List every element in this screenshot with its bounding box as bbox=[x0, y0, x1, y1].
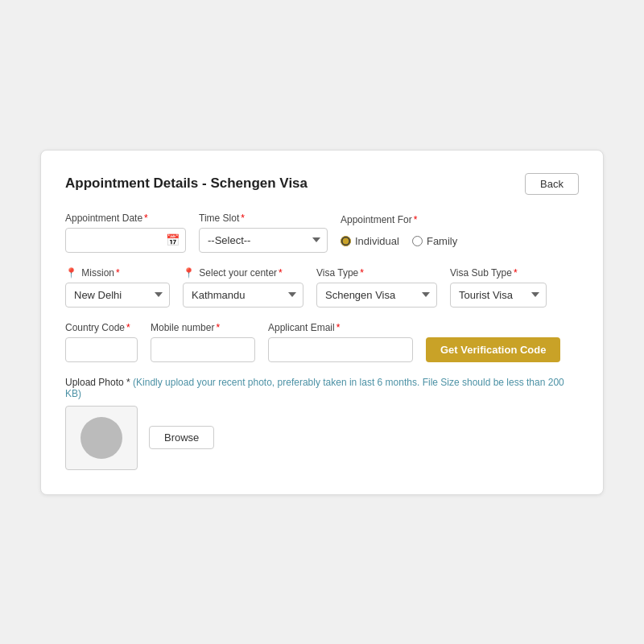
visa-type-group: Visa Type* Schengen Visa bbox=[316, 267, 437, 308]
visa-type-select[interactable]: Schengen Visa bbox=[316, 283, 437, 308]
select-center-group: 📍 Select your center* Kathmandu bbox=[183, 267, 303, 308]
appointment-date-group: Appointment Date* 📅 bbox=[65, 213, 186, 253]
page-wrapper: Appointment Details - Schengen Visa Back… bbox=[0, 0, 644, 644]
mobile-number-group: Mobile number* 9841862468 bbox=[151, 322, 255, 362]
time-slot-group: Time Slot* --Select-- bbox=[199, 213, 328, 253]
appointment-for-radios: Individual Family bbox=[341, 229, 457, 253]
form-row-2: 📍 Mission* New Delhi 📍 Select your cente… bbox=[65, 267, 579, 308]
mission-select[interactable]: New Delhi bbox=[65, 283, 170, 308]
card-title: Appointment Details - Schengen Visa bbox=[65, 175, 308, 192]
radio-family[interactable] bbox=[412, 236, 423, 246]
back-button[interactable]: Back bbox=[525, 173, 579, 195]
radio-family-label[interactable]: Family bbox=[412, 235, 457, 247]
mobile-number-label: Mobile number* bbox=[151, 322, 255, 333]
select-center-select[interactable]: Kathmandu bbox=[183, 283, 303, 308]
radio-individual-text: Individual bbox=[355, 235, 399, 247]
mission-label: 📍 Mission* bbox=[65, 267, 170, 279]
time-slot-label: Time Slot* bbox=[199, 213, 328, 224]
radio-individual[interactable] bbox=[341, 236, 351, 246]
applicant-email-input[interactable]: im10zingpakhrin@gmail.com bbox=[268, 337, 413, 362]
form-row-1: Appointment Date* 📅 Time Slot* --Select-… bbox=[65, 213, 579, 253]
appointment-date-label: Appointment Date* bbox=[65, 213, 186, 224]
upload-area: Browse bbox=[65, 406, 579, 470]
location-icon-center: 📍 bbox=[183, 267, 195, 279]
visa-type-label: Visa Type* bbox=[316, 267, 437, 279]
select-center-label: 📍 Select your center* bbox=[183, 267, 303, 279]
visa-sub-type-label: Visa Sub Type* bbox=[450, 267, 547, 279]
radio-family-text: Family bbox=[427, 235, 457, 247]
mission-group: 📍 Mission* New Delhi bbox=[65, 267, 170, 308]
upload-section: Upload Photo * (Kindly upload your recen… bbox=[65, 377, 579, 470]
appointment-date-input-wrapper: 📅 bbox=[65, 228, 186, 253]
visa-sub-type-select[interactable]: Tourist Visa bbox=[450, 283, 547, 308]
country-code-group: Country Code* +91 bbox=[65, 322, 138, 362]
location-icon-mission: 📍 bbox=[65, 267, 77, 279]
applicant-email-group: Applicant Email* im10zingpakhrin@gmail.c… bbox=[268, 322, 413, 362]
appointment-date-input[interactable] bbox=[65, 228, 186, 253]
card-header: Appointment Details - Schengen Visa Back bbox=[65, 173, 579, 195]
applicant-email-label: Applicant Email* bbox=[268, 322, 413, 333]
country-code-input[interactable]: +91 bbox=[65, 337, 138, 362]
mobile-number-input[interactable]: 9841862468 bbox=[151, 337, 255, 362]
photo-placeholder bbox=[65, 406, 138, 470]
appointment-for-group: Appointment For* Individual Family bbox=[341, 214, 457, 253]
upload-hint: (Kindly upload your recent photo, prefer… bbox=[65, 377, 564, 399]
country-code-label: Country Code* bbox=[65, 322, 138, 333]
upload-label: Upload Photo * (Kindly upload your recen… bbox=[65, 377, 579, 399]
time-slot-select[interactable]: --Select-- bbox=[199, 228, 328, 253]
form-row-3: Country Code* +91 Mobile number* 9841862… bbox=[65, 322, 579, 362]
get-verification-button[interactable]: Get Verification Code bbox=[426, 337, 560, 362]
get-verification-group: Get Verification Code bbox=[426, 337, 560, 362]
appointment-for-label: Appointment For* bbox=[341, 214, 457, 225]
photo-circle bbox=[80, 417, 122, 459]
radio-individual-label[interactable]: Individual bbox=[341, 235, 399, 247]
visa-sub-type-group: Visa Sub Type* Tourist Visa bbox=[450, 267, 547, 308]
browse-button[interactable]: Browse bbox=[149, 426, 214, 449]
appointment-card: Appointment Details - Schengen Visa Back… bbox=[40, 150, 604, 495]
